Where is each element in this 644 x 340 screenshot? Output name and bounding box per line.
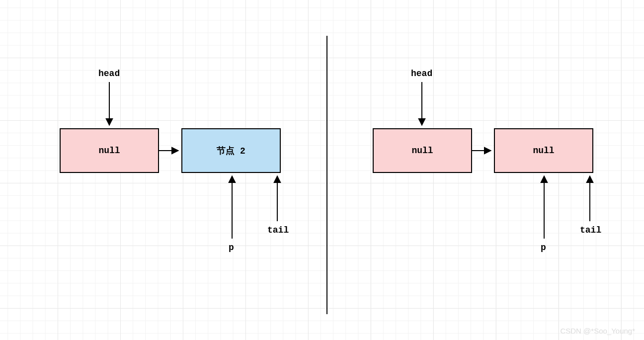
diagram-stage: head null 节点 2 p tail head null null p t… <box>0 0 644 340</box>
right-tail-label: tail <box>580 225 601 235</box>
left-node-1: null <box>60 128 159 173</box>
right-p-label: p <box>541 243 546 253</box>
left-node-2-text: 节点 2 <box>217 145 245 157</box>
right-node-1-text: null <box>411 146 433 156</box>
left-node-1-text: null <box>98 146 120 156</box>
left-tail-label: tail <box>267 225 289 235</box>
right-node-2: null <box>494 128 593 173</box>
watermark: CSDN @*Soo_Young* <box>560 327 635 335</box>
left-node-2: 节点 2 <box>181 128 281 173</box>
left-head-label: head <box>98 69 120 79</box>
left-p-label: p <box>229 243 234 253</box>
right-node-1: null <box>373 128 472 173</box>
right-node-2-text: null <box>533 146 554 156</box>
right-head-label: head <box>411 69 432 79</box>
